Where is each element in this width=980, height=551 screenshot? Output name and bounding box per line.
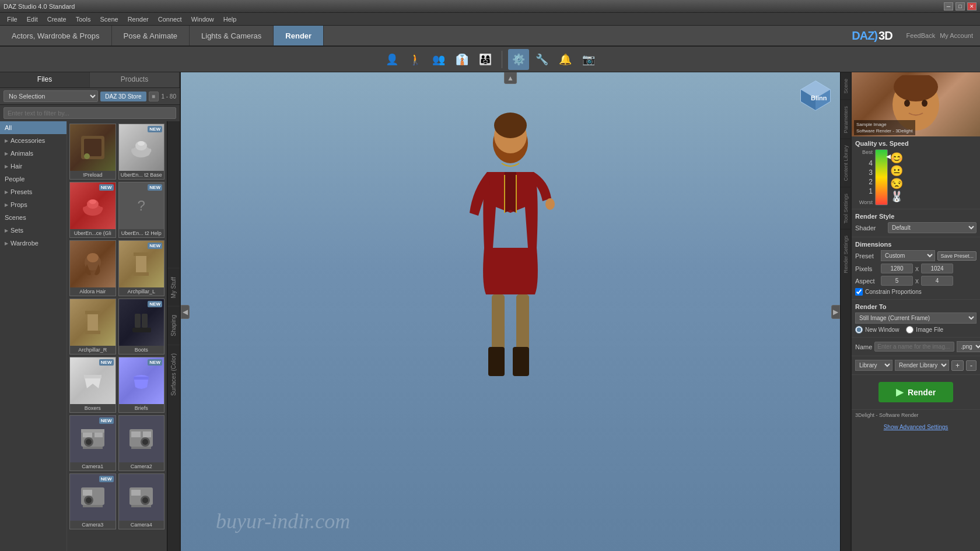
file-label: UberEn... t2 Help bbox=[119, 229, 164, 237]
selection-selector[interactable]: No Selection bbox=[4, 90, 98, 102]
render-to-select[interactable]: Still Image (Current Frame) bbox=[855, 313, 977, 324]
my-account-button[interactable]: My Account bbox=[940, 32, 973, 39]
cat-scenes[interactable]: Scenes bbox=[0, 211, 66, 224]
cat-accessories[interactable]: ▶Accessories bbox=[0, 134, 66, 147]
vtab-surfaces[interactable]: Surfaces (Color) bbox=[167, 345, 180, 404]
file-item[interactable]: !Preload bbox=[69, 124, 116, 180]
aspect-height-input[interactable] bbox=[921, 276, 953, 286]
name-input[interactable] bbox=[874, 342, 954, 352]
file-item[interactable]: NEW Briefs bbox=[118, 357, 165, 413]
library-type-select[interactable]: Library bbox=[855, 360, 892, 371]
vtab-my-stuff[interactable]: My Stuff bbox=[167, 268, 180, 307]
constrain-checkbox[interactable] bbox=[855, 288, 863, 296]
rps-tab-scene[interactable]: Scene bbox=[841, 72, 850, 100]
pixels-height-input[interactable] bbox=[921, 264, 953, 273]
svg-rect-39 bbox=[83, 490, 92, 496]
pixels-width-input[interactable] bbox=[881, 264, 913, 273]
cat-people[interactable]: People bbox=[0, 173, 66, 185]
toolbar-icon-group[interactable]: 👥 bbox=[428, 49, 449, 70]
svg-point-2 bbox=[84, 153, 90, 159]
svg-rect-13 bbox=[134, 272, 149, 276]
vtab-shaping[interactable]: Shaping bbox=[167, 306, 180, 345]
file-label: Camera1 bbox=[70, 462, 116, 471]
library-add-button[interactable]: + bbox=[951, 360, 964, 371]
svg-point-52 bbox=[545, 198, 555, 210]
aspect-width-input[interactable] bbox=[881, 276, 913, 286]
menu-tools[interactable]: Tools bbox=[71, 15, 96, 24]
cat-hair[interactable]: ▶Hair bbox=[0, 160, 66, 173]
toolbar-icon-family[interactable]: 👨‍👩‍👧 bbox=[475, 49, 496, 70]
feedback-button[interactable]: FeedBack bbox=[907, 32, 936, 39]
toolbar-icon-bell[interactable]: 🔔 bbox=[555, 49, 576, 70]
menu-window[interactable]: Window bbox=[187, 15, 219, 24]
file-item[interactable]: Camera4 bbox=[118, 473, 165, 529]
tab-render[interactable]: Render bbox=[274, 26, 324, 45]
file-item[interactable]: NEW UberEn... t2 Base bbox=[118, 124, 165, 180]
cat-sets[interactable]: ▶Sets bbox=[0, 224, 66, 237]
left-panel-tabs: Files Products bbox=[0, 72, 180, 88]
tab-pose[interactable]: Pose & Animate bbox=[112, 26, 190, 45]
file-item[interactable]: NEW Archpillar_L bbox=[118, 240, 165, 296]
new-window-radio[interactable]: New Window bbox=[855, 326, 899, 334]
menu-file[interactable]: File bbox=[2, 15, 22, 24]
toolbar-icon-camera[interactable]: 📷 bbox=[578, 49, 599, 70]
file-item[interactable]: NEW Camera1 bbox=[69, 415, 116, 471]
menu-scene[interactable]: Scene bbox=[95, 15, 123, 24]
toolbar-separator bbox=[502, 51, 502, 68]
render-footer: 3Delight - Software Render bbox=[852, 409, 980, 420]
toolbar-icon-person[interactable]: 👤 bbox=[382, 49, 402, 70]
toolbar-icon-settings[interactable]: ⚙️ bbox=[508, 49, 529, 70]
left-collapse-arrow[interactable]: ◀ bbox=[181, 305, 190, 319]
toolbar-icon-wardrobe[interactable]: 👔 bbox=[452, 49, 473, 70]
rps-tab-tool-settings[interactable]: Tool Settings bbox=[841, 187, 850, 230]
rps-tab-parameters[interactable]: Parameters bbox=[841, 100, 850, 139]
library-name-select[interactable]: Render Library bbox=[895, 360, 949, 371]
file-badge: NEW bbox=[99, 184, 114, 191]
toolbar-icon-wrench[interactable]: 🔧 bbox=[531, 49, 552, 70]
cat-presets[interactable]: ▶Presets bbox=[0, 185, 66, 198]
file-item[interactable]: NEW Camera3 bbox=[69, 473, 116, 529]
right-collapse-arrow[interactable]: ▶ bbox=[831, 305, 840, 319]
tab-actors[interactable]: Actors, Wardrobe & Props bbox=[0, 26, 112, 45]
render-button-section: ▶ Render bbox=[852, 375, 980, 409]
panel-tab-files[interactable]: Files bbox=[0, 72, 90, 87]
close-button[interactable]: ✕ bbox=[967, 2, 977, 10]
save-preset-button[interactable]: Save Preset... bbox=[937, 251, 977, 261]
menu-edit[interactable]: Edit bbox=[22, 15, 43, 24]
rps-tab-content-library[interactable]: Content Library bbox=[841, 139, 850, 187]
name-format-select[interactable]: .png .jpg bbox=[957, 341, 980, 352]
search-input[interactable] bbox=[4, 107, 176, 119]
show-advanced-settings[interactable]: Show Advanced Settings bbox=[852, 420, 980, 434]
file-item[interactable]: Archpillar_R bbox=[69, 299, 116, 355]
cat-wardrobe[interactable]: ▶Wardrobe bbox=[0, 237, 66, 250]
image-file-radio[interactable]: Image File bbox=[906, 326, 943, 334]
cat-all[interactable]: All bbox=[0, 121, 66, 134]
render-button[interactable]: ▶ Render bbox=[878, 382, 953, 402]
daz-store-button[interactable]: DAZ 3D Store bbox=[100, 92, 146, 101]
expand-button[interactable]: ≡ bbox=[149, 92, 159, 101]
file-item[interactable]: ? NEW UberEn... t2 Help bbox=[118, 182, 165, 238]
preset-select[interactable]: Custom bbox=[881, 250, 935, 261]
file-item[interactable]: NEW Boots bbox=[118, 299, 165, 355]
file-item[interactable]: Aldora Hair bbox=[69, 240, 116, 296]
toolbar-icon-walk[interactable]: 🚶 bbox=[405, 49, 426, 70]
maximize-button[interactable]: □ bbox=[956, 2, 965, 10]
menu-render[interactable]: Render bbox=[123, 15, 153, 24]
cat-props[interactable]: ▶Props bbox=[0, 198, 66, 211]
panel-tab-products[interactable]: Products bbox=[90, 72, 180, 87]
file-item[interactable]: NEW UberEn...ce (Gli bbox=[69, 182, 116, 238]
rps-tab-render-settings[interactable]: Render Settings bbox=[841, 229, 850, 279]
shader-select[interactable]: Default bbox=[888, 222, 977, 233]
menu-create[interactable]: Create bbox=[43, 15, 71, 24]
file-label: Archpillar_R bbox=[70, 346, 116, 354]
menu-help[interactable]: Help bbox=[219, 15, 242, 24]
top-collapse-arrow[interactable]: ▲ bbox=[504, 72, 517, 84]
dimensions-section: Dimensions Preset Custom Save Preset... … bbox=[852, 237, 980, 300]
file-item[interactable]: Camera2 bbox=[118, 415, 165, 471]
tab-lights[interactable]: Lights & Cameras bbox=[190, 26, 274, 45]
minimize-button[interactable]: ─ bbox=[944, 2, 953, 10]
menu-connect[interactable]: Connect bbox=[153, 15, 187, 24]
library-remove-button[interactable]: - bbox=[966, 360, 977, 371]
cat-animals[interactable]: ▶Animals bbox=[0, 147, 66, 160]
file-item[interactable]: NEW Boxers bbox=[69, 357, 116, 413]
